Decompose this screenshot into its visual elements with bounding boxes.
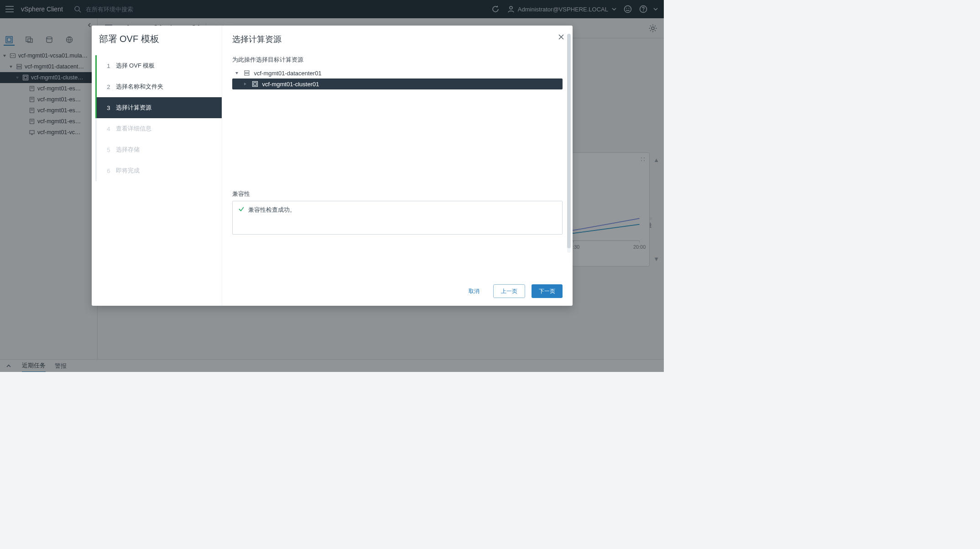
step-number: 6 (105, 167, 110, 174)
modal-overlay: 部署 OVF 模板 1选择 OVF 模板2选择名称和文件夹3选择计算资源4查看详… (0, 0, 664, 372)
wizard-title: 部署 OVF 模板 (92, 32, 222, 52)
step-number: 2 (105, 84, 110, 90)
step-label: 即将完成 (116, 167, 140, 175)
step-number: 5 (105, 146, 110, 153)
wizard-content: 选择计算资源 为此操作选择目标计算资源 vcf-mgmt01-datacente… (222, 26, 573, 277)
step-subheading: 为此操作选择目标计算资源 (232, 56, 563, 64)
compatibility-box: 兼容性检查成功。 (232, 201, 563, 235)
step-label: 查看详细信息 (116, 125, 151, 133)
cluster-icon (251, 80, 259, 88)
wizard-footer: 取消 上一页 下一页 (222, 277, 573, 306)
app-root: vSphere Client Administrator@VSPHERE.LOC… (0, 0, 664, 372)
deploy-ovf-dialog: 部署 OVF 模板 1选择 OVF 模板2选择名称和文件夹3选择计算资源4查看详… (92, 26, 573, 306)
compatibility-label: 兼容性 (232, 190, 563, 198)
resource-tree-item[interactable]: vcf-mgmt01-datacenter01 (232, 68, 563, 78)
step-label: 选择存储 (116, 146, 140, 154)
cancel-button[interactable]: 取消 (461, 284, 487, 298)
wizard-step: 4查看详细信息 (97, 118, 222, 139)
compute-resource-tree: vcf-mgmt01-datacenter01vcf-mgmt01-cluste… (232, 68, 563, 89)
wizard-steps-nav: 部署 OVF 模板 1选择 OVF 模板2选择名称和文件夹3选择计算资源4查看详… (92, 26, 222, 306)
wizard-step: 5选择存储 (97, 139, 222, 160)
resource-tree-item[interactable]: vcf-mgmt01-cluster01 (232, 78, 563, 89)
prev-button[interactable]: 上一页 (493, 284, 525, 298)
svg-rect-73 (252, 82, 257, 87)
resource-item-label: vcf-mgmt01-datacenter01 (254, 70, 322, 77)
wizard-step[interactable]: 1选择 OVF 模板 (97, 55, 222, 76)
check-icon (238, 206, 245, 212)
resource-item-label: vcf-mgmt01-cluster01 (262, 81, 319, 88)
step-heading: 选择计算资源 (232, 34, 563, 45)
svg-rect-71 (245, 71, 249, 73)
chevron-right-icon[interactable] (242, 81, 248, 87)
wizard-step[interactable]: 2选择名称和文件夹 (97, 76, 222, 97)
step-label: 选择计算资源 (116, 104, 151, 112)
svg-rect-72 (245, 73, 249, 75)
step-number: 1 (105, 63, 110, 69)
wizard-step[interactable]: 3选择计算资源 (97, 97, 222, 118)
step-label: 选择 OVF 模板 (116, 62, 155, 70)
svg-rect-74 (254, 83, 256, 85)
wizard-step: 6即将完成 (97, 160, 222, 181)
step-number: 4 (105, 125, 110, 132)
step-number: 3 (105, 105, 110, 111)
next-button[interactable]: 下一页 (532, 284, 563, 298)
wizard-scrollbar[interactable] (567, 34, 571, 253)
chevron-down-icon[interactable] (234, 70, 240, 76)
compatibility-message: 兼容性检查成功。 (248, 206, 296, 214)
step-label: 选择名称和文件夹 (116, 83, 163, 91)
datacenter-icon (243, 69, 250, 77)
wizard-body: 选择计算资源 为此操作选择目标计算资源 vcf-mgmt01-datacente… (222, 26, 573, 306)
